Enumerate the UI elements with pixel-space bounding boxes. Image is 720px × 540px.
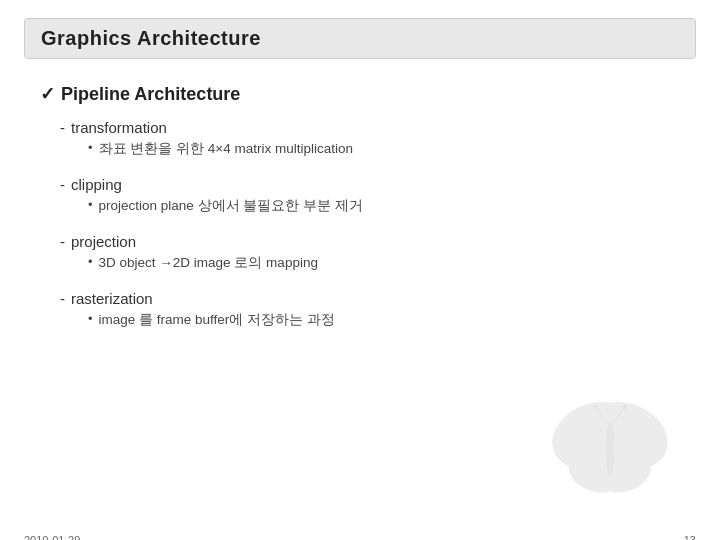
footer-date: 2010-01-29 [24,534,80,540]
slide-title: Graphics Architecture [41,27,261,49]
bullet-icon: • [88,254,93,269]
sub-item-text: 좌표 변환을 위한 4×4 matrix multiplication [99,140,353,158]
slide-content: ✓ Pipeline Architecture transformation•좌… [0,59,720,329]
footer-page: 13 [684,534,696,540]
sub-item-text: projection plane 상에서 불필요한 부분 제거 [99,197,363,215]
bullet-icon: • [88,311,93,326]
topic-item: clipping•projection plane 상에서 불필요한 부분 제거 [60,176,680,215]
topic-label: rasterization [60,290,680,307]
svg-line-5 [596,408,608,424]
topic-label-text: clipping [71,176,122,193]
sub-item: •3D object →2D image 로의 mapping [88,254,680,272]
sub-item-text: 3D object →2D image 로의 mapping [99,254,318,272]
sub-item: •좌표 변환을 위한 4×4 matrix multiplication [88,140,680,158]
sub-item: •image 를 frame buffer에 저장하는 과정 [88,311,680,329]
section-title: ✓ Pipeline Architecture [40,83,680,105]
sub-item: •projection plane 상에서 불필요한 부분 제거 [88,197,680,215]
svg-point-8 [623,405,627,409]
svg-point-0 [541,389,644,482]
topic-label: transformation [60,119,680,136]
checkmark-icon: ✓ [40,83,55,105]
svg-point-1 [576,389,679,482]
header-bar: Graphics Architecture [24,18,696,59]
footer: 2010-01-29 13 [24,534,696,540]
topic-label-text: rasterization [71,290,153,307]
bullet-icon: • [88,197,93,212]
svg-line-7 [612,408,624,424]
svg-point-3 [591,441,658,500]
topic-item: rasterization•image 를 frame buffer에 저장하는… [60,290,680,329]
topic-label-text: transformation [71,119,167,136]
slide: Graphics Architecture ✓ Pipeline Archite… [0,18,720,540]
bullet-icon: • [88,140,93,155]
topic-label: projection [60,233,680,250]
svg-point-6 [593,405,597,409]
svg-point-2 [563,441,630,500]
topic-label-text: projection [71,233,136,250]
butterfly-watermark [540,388,680,518]
svg-point-4 [606,422,614,478]
topic-item: transformation•좌표 변환을 위한 4×4 matrix mult… [60,119,680,158]
topic-label: clipping [60,176,680,193]
topic-item: projection•3D object →2D image 로의 mappin… [60,233,680,272]
sub-item-text: image 를 frame buffer에 저장하는 과정 [99,311,335,329]
topics-list: transformation•좌표 변환을 위한 4×4 matrix mult… [40,119,680,329]
section-label: Pipeline Architecture [61,84,240,105]
